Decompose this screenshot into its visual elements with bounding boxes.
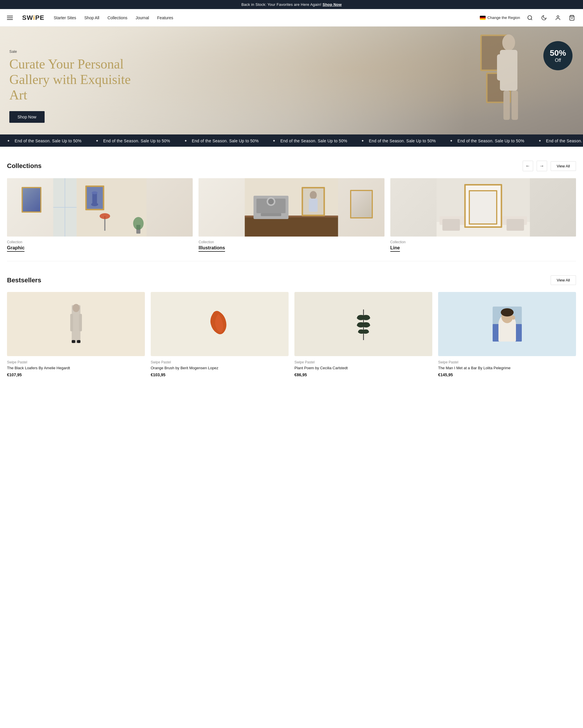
product-price-4: €145,95 (438, 372, 576, 377)
col-img-bg-3 (390, 178, 576, 237)
dark-mode-button[interactable] (540, 14, 548, 22)
product-brand-3: Swipe Pastel (295, 360, 432, 364)
hero-cta-button[interactable]: Shop Now (9, 111, 45, 123)
collection-label-graphic: Collection (7, 240, 193, 244)
marquee-text-6: End of the Season. Sale Up to 50% (457, 138, 524, 143)
illustrations-collection-art (198, 178, 384, 237)
header-right: Change the Region (480, 14, 576, 22)
svg-rect-53 (498, 324, 516, 341)
svg-point-2 (557, 16, 559, 18)
hamburger-menu[interactable] (7, 16, 13, 20)
line-collection-art (390, 178, 576, 237)
header: SWiPE Starter Sites Shop All Collections… (0, 9, 583, 27)
region-label: Change the Region (488, 16, 520, 20)
product-price-2: €103,95 (151, 372, 288, 377)
announcement-bar: Back in Stock: Your Favorites are Here A… (0, 0, 583, 9)
product-img-2 (151, 292, 288, 356)
svg-point-44 (73, 304, 80, 312)
cart-button[interactable] (568, 14, 576, 22)
svg-point-19 (92, 191, 98, 194)
collections-title: Collections (7, 162, 42, 170)
svg-rect-45 (70, 314, 73, 331)
hero-sale-label: Sale (9, 49, 142, 54)
marquee-star: ✦ (184, 139, 187, 143)
bestsellers-section: Bestsellers View All Swipe Pastel The Bl… (0, 261, 583, 387)
marquee-star: ✦ (361, 139, 364, 143)
marquee-star: ✦ (538, 139, 541, 143)
collection-name-graphic: Graphic (7, 245, 25, 252)
svg-rect-35 (309, 199, 318, 212)
collections-controls: ← → View All (523, 161, 576, 171)
nav-item-features[interactable]: Features (157, 15, 173, 20)
nav-item-shop[interactable]: Shop All (84, 15, 99, 20)
marquee-text-5: End of the Season. Sale Up to 50% (369, 138, 436, 143)
announcement-link[interactable]: Shop Now (323, 2, 342, 7)
hero-content: Sale Curate Your Personal Gallery with E… (0, 49, 151, 134)
product-card-3[interactable]: Swipe Pastel Plant Poem by Cecilia Carls… (295, 292, 432, 377)
product-img-4 (438, 292, 576, 356)
marquee-item: ✦ End of the Season. Sale Up to 50% (354, 138, 443, 143)
collection-img-illustrations (198, 178, 384, 237)
product-art-2 (205, 307, 234, 341)
collections-section: Collections ← → View All (0, 147, 583, 261)
svg-rect-25 (245, 216, 338, 237)
collection-name-line: Line (390, 245, 400, 252)
product-price-3: €86,95 (295, 372, 432, 377)
bestsellers-view-all-button[interactable]: View All (551, 275, 576, 285)
collections-prev-button[interactable]: ← (523, 161, 533, 171)
marquee-star: ✦ (95, 139, 99, 143)
svg-line-1 (531, 19, 532, 20)
collection-label-line: Collection (390, 240, 576, 244)
product-card-1[interactable]: Swipe Pastel The Black Loafers By Amelie… (7, 292, 145, 377)
product-card-2[interactable]: Swipe Pastel Orange Brush by Berit Mogen… (151, 292, 288, 377)
svg-rect-41 (442, 219, 460, 231)
bestsellers-header: Bestsellers View All (7, 275, 576, 285)
svg-rect-46 (79, 314, 82, 331)
announcement-text: Back in Stock: Your Favorites are Here A… (241, 2, 323, 7)
svg-rect-42 (506, 219, 524, 231)
collections-next-button[interactable]: → (537, 161, 547, 171)
collection-label-illustrations: Collection (198, 240, 384, 244)
nav-list: Starter Sites Shop All Collections Journ… (54, 15, 173, 20)
nav-item-journal[interactable]: Journal (136, 15, 149, 20)
marquee-text-2: End of the Season. Sale Up to 50% (103, 138, 170, 143)
marquee-star: ✦ (450, 139, 453, 143)
marquee-star: ✦ (7, 139, 10, 143)
svg-rect-40 (466, 185, 500, 226)
collection-card-line[interactable]: Collection Line (390, 178, 576, 252)
product-art-1 (64, 304, 88, 344)
product-art-3 (353, 307, 374, 341)
nav-item-starter[interactable]: Starter Sites (54, 15, 76, 20)
collection-name-illustrations: Illustrations (198, 245, 225, 252)
svg-rect-18 (92, 193, 97, 205)
search-button[interactable] (526, 14, 534, 22)
svg-point-30 (268, 199, 274, 205)
account-button[interactable] (554, 14, 562, 22)
collection-img-line (390, 178, 576, 237)
product-card-4[interactable]: Swipe Pastel The Man I Met at a Bar By L… (438, 292, 576, 377)
col-img-bg-1 (7, 178, 193, 237)
collections-view-all-button[interactable]: View All (551, 161, 576, 171)
logo[interactable]: SWiPE (22, 14, 44, 22)
product-name-4: The Man I Met at a Bar By Lolita Pelegri… (438, 365, 576, 371)
hero-title: Curate Your Personal Gallery with Exquis… (9, 57, 142, 103)
svg-rect-31 (261, 213, 281, 216)
discount-badge: 50% Off (543, 41, 573, 70)
marquee-text-7: End of the Season. Sale Up to 50% (546, 138, 583, 143)
svg-point-34 (310, 191, 317, 199)
graphic-collection-art (7, 178, 193, 237)
product-price-1: €107,95 (7, 372, 145, 377)
hero-section: 50% Off Sale Curate Your Personal Galler… (0, 27, 583, 134)
german-flag-icon (480, 16, 485, 20)
product-name-2: Orange Brush by Berit Mogensen Lopez (151, 365, 288, 371)
svg-rect-47 (72, 340, 75, 343)
discount-off: Off (555, 58, 561, 63)
region-selector[interactable]: Change the Region (480, 16, 520, 20)
collection-card-graphic[interactable]: Collection Graphic (7, 178, 193, 252)
marquee-item: ✦ End of the Season. Sale Up to 50% (177, 138, 266, 143)
marquee-bar: ✦ End of the Season. Sale Up to 50% ✦ En… (0, 134, 583, 147)
nav-item-collections[interactable]: Collections (108, 15, 128, 20)
collection-img-graphic (7, 178, 193, 237)
marquee-text-3: End of the Season. Sale Up to 50% (192, 138, 259, 143)
collection-card-illustrations[interactable]: Collection Illustrations (198, 178, 384, 252)
